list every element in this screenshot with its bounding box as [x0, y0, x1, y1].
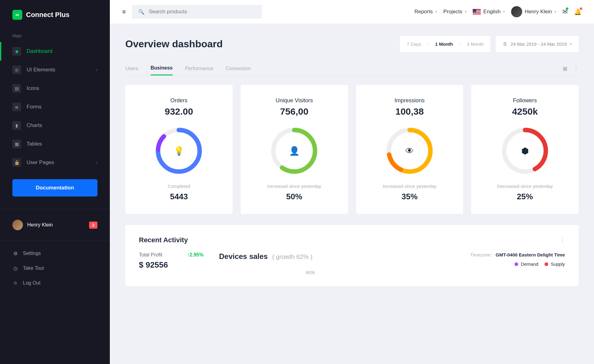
search-input[interactable] — [149, 9, 256, 15]
nav-label: Forms — [27, 104, 97, 110]
tab-business[interactable]: Business — [151, 61, 173, 75]
us-flag-icon — [473, 9, 481, 15]
card-title: Unique Visitors — [249, 97, 340, 104]
language-label: English — [483, 9, 501, 15]
sidebar-item-tables[interactable]: ▦ Tables — [0, 135, 110, 153]
reports-dropdown[interactable]: Reports ▾ — [414, 9, 437, 15]
nav-label: UI Elements — [27, 67, 90, 73]
footer-label: Settings — [23, 251, 41, 256]
status-dot — [580, 7, 582, 10]
card-title: Orders — [133, 97, 225, 104]
card-metric: 25% — [479, 192, 570, 201]
page-header: Overview dashboard 7 Days 1 Month 3 Mont… — [125, 36, 579, 52]
card-sub: Completed — [133, 184, 225, 189]
sidebar-profile[interactable]: Henry Klein 3 — [0, 214, 110, 236]
card-value: 100,38 — [364, 106, 455, 117]
avatar — [511, 6, 522, 17]
lock-icon: 🔒 — [12, 158, 21, 167]
nav-section-label: Main — [0, 30, 110, 42]
chevron-down-icon: ▾ — [465, 10, 467, 14]
logo-icon: ∞ — [12, 10, 22, 20]
user-dropdown[interactable]: Henry Klein ▾ — [511, 6, 556, 17]
more-icon[interactable]: ⋮ — [574, 66, 579, 71]
messages-button[interactable]: ✉ — [562, 8, 568, 15]
gear-icon: ⚙ — [12, 250, 19, 256]
sidebar-item-dashboard[interactable]: ◆ Dashboard — [0, 42, 110, 61]
card-title: Impressions — [364, 97, 455, 104]
card-impressions: Impressions 100,38 👁 Increased since yes… — [356, 85, 463, 214]
list-icon: ≣ — [12, 103, 21, 111]
avatar — [12, 220, 23, 230]
date-range-picker[interactable]: 🗓 24 Mar 2019 - 24 Mar 2019 ▾ — [496, 36, 579, 52]
status-dot — [566, 7, 568, 10]
stat-cards: Orders 932.00 💡 Completed 5443 Unique Vi… — [125, 85, 579, 214]
bulb-icon: 💡 — [174, 146, 184, 156]
devices-title: Devices sales — [219, 252, 268, 260]
card-icon: ▤ — [12, 84, 21, 93]
content: Overview dashboard 7 Days 1 Month 3 Mont… — [110, 23, 594, 364]
card-sub: Increased since yesterday — [364, 184, 455, 189]
legend-dot — [514, 262, 518, 266]
notifications-button[interactable]: 🔔 — [574, 8, 582, 15]
documentation-button[interactable]: Documentation — [12, 179, 97, 197]
devices-growth: ( growth 62% ) — [272, 253, 312, 260]
logo[interactable]: ∞ Connect Plus — [0, 0, 110, 30]
projects-dropdown[interactable]: Projects ▾ — [443, 9, 467, 15]
tab-users[interactable]: Users — [125, 62, 138, 75]
timezone-block: Timezone: GMT-0400 Eastern Delight Time … — [470, 252, 565, 267]
nav-label: Icons — [27, 85, 97, 91]
card-value: 4250k — [479, 106, 570, 117]
sidebar-item-ui-elements[interactable]: ◎ UI Elements ‹ — [0, 61, 110, 79]
more-icon[interactable]: ⋮ — [560, 237, 565, 243]
card-sub: Decreased since yesterday — [479, 184, 570, 189]
legend-dot — [544, 262, 548, 266]
profile-name: Henry Klein — [27, 222, 85, 228]
card-sub: Increased since yesterday — [249, 184, 340, 189]
sidebar-item-icons[interactable]: ▤ Icons — [0, 79, 110, 98]
compass-icon: ◷ — [12, 265, 19, 271]
date-range-label: 24 Mar 2019 - 24 Mar 2019 — [510, 41, 567, 47]
timezone-label: Timezone: — [470, 252, 492, 257]
search-box[interactable]: 🔍 — [132, 5, 262, 19]
search-icon: 🔍 — [138, 9, 144, 15]
tab-performance[interactable]: Performance — [185, 62, 213, 75]
sidebar-item-forms[interactable]: ≣ Forms — [0, 98, 110, 116]
tab-conversion[interactable]: Conversion — [226, 62, 251, 75]
sidebar-settings[interactable]: ⚙ Settings — [0, 246, 110, 261]
sidebar-take-tour[interactable]: ◷ Take Tour — [0, 261, 110, 276]
divider — [0, 209, 110, 209]
chevron-down-icon: ▾ — [435, 10, 437, 14]
card-metric: 35% — [364, 192, 455, 201]
profit-change: ↑2.95% — [187, 252, 204, 258]
language-dropdown[interactable]: English ▾ — [473, 9, 505, 15]
profit-block: Total Profit ↑2.95% $ 92556 — [139, 252, 204, 270]
notification-badge: 3 — [89, 222, 97, 229]
target-icon: ◎ — [12, 66, 21, 74]
sidebar-item-user-pages[interactable]: 🔒 User Pages ‹ — [0, 153, 110, 172]
logout-icon: ⎋ — [12, 280, 19, 286]
card-metric: 5443 — [133, 192, 225, 201]
sidebar-item-charts[interactable]: ▮ Charts — [0, 116, 110, 135]
gauge-impressions: 👁 — [385, 126, 434, 176]
page-title: Overview dashboard — [125, 38, 223, 50]
card-value: 756,00 — [249, 106, 340, 117]
bars-icon: ▮ — [12, 121, 21, 130]
period-3month[interactable]: 3 Month — [467, 41, 484, 47]
profit-value: $ 92556 — [139, 260, 204, 270]
devices-block: Devices sales ( growth 62% ) 800k — [219, 252, 455, 275]
period-1month[interactable]: 1 Month — [435, 41, 453, 47]
dropdown-label: Reports — [414, 9, 433, 15]
legend-label: Demand — [521, 261, 538, 267]
card-metric: 50% — [249, 192, 340, 201]
period-7days[interactable]: 7 Days — [407, 41, 421, 47]
menu-toggle-button[interactable]: ≡ — [122, 8, 126, 15]
footer-label: Log Out — [23, 280, 41, 286]
gauge-visitors: 👤 — [269, 126, 319, 176]
sidebar-logout[interactable]: ⎋ Log Out — [0, 276, 110, 290]
legend-demand: Demand — [514, 261, 538, 267]
activity-title: Recent Activity — [139, 236, 188, 244]
header-controls: 7 Days 1 Month 3 Month 🗓 24 Mar 2019 - 2… — [400, 36, 579, 52]
nav-label: Charts — [27, 122, 97, 129]
grid-view-icon[interactable]: ▦ — [563, 66, 567, 71]
footer-label: Take Tour — [23, 265, 44, 271]
